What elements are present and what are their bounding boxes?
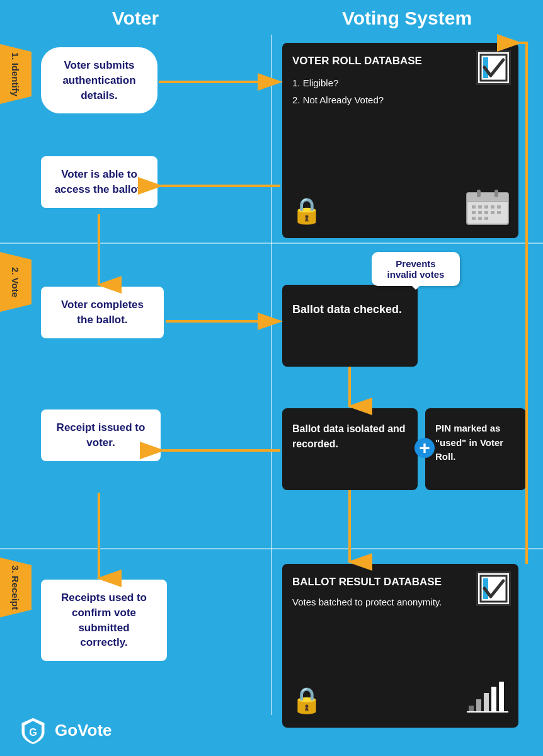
- voter-box-authentication: Voter submits authentication details.: [41, 47, 157, 113]
- ballot-result-database-box: BALLOT RESULT DATABASE Votes batched to …: [282, 564, 518, 728]
- lock-icon-2: 🔒: [291, 681, 323, 719]
- prevents-invalid-votes-tooltip: Prevents invalid votes: [372, 252, 460, 286]
- svg-rect-10: [472, 211, 476, 214]
- ballot-data-checked-box: Ballot data checked.: [282, 285, 418, 367]
- step-1-label: 1. Identify: [0, 44, 31, 104]
- svg-rect-14: [497, 211, 501, 214]
- step-2-label: 2. Vote: [0, 252, 31, 312]
- pin-marked-box: PIN marked as "used" in Voter Roll.: [425, 408, 526, 490]
- voter-roll-database-box: VOTER ROLL DATABASE 1. Eligible?2. Not A…: [282, 43, 518, 238]
- ballot-data-checked-text: Ballot data checked.: [292, 301, 408, 318]
- svg-rect-19: [494, 190, 498, 197]
- svg-rect-15: [472, 217, 476, 220]
- checkbox-icon-1: [476, 50, 511, 85]
- svg-rect-8: [491, 205, 494, 209]
- govote-logo-text: GoVote: [55, 721, 112, 740]
- ballot-data-isolated-text: Ballot data isolated and recorded.: [292, 421, 408, 452]
- svg-rect-5: [472, 205, 476, 209]
- svg-rect-26: [499, 682, 504, 712]
- svg-rect-16: [478, 217, 482, 220]
- svg-rect-23: [476, 699, 481, 712]
- lock-icon-1: 🔒: [291, 192, 323, 229]
- column-divider: [271, 35, 272, 715]
- svg-rect-11: [478, 211, 482, 214]
- svg-rect-22: [469, 706, 474, 712]
- voter-box-access-ballot: Voter is able to access the ballot.: [41, 156, 157, 208]
- pin-marked-text: PIN marked as "used" in Voter Roll.: [435, 421, 516, 464]
- svg-rect-18: [477, 190, 481, 197]
- svg-rect-13: [491, 211, 494, 214]
- svg-rect-6: [478, 205, 482, 209]
- svg-rect-7: [484, 205, 488, 209]
- calendar-icon: [466, 188, 510, 230]
- voter-box-confirm-vote: Receipts used to confirm vote submitted …: [41, 580, 167, 661]
- step-3-label: 3. Receipt: [0, 558, 31, 617]
- svg-rect-24: [484, 693, 489, 712]
- voter-box-complete-ballot: Voter completes the ballot.: [41, 287, 164, 338]
- svg-rect-3: [467, 193, 508, 202]
- svg-rect-12: [484, 211, 488, 214]
- govote-logo-icon: G: [19, 716, 47, 745]
- svg-rect-9: [497, 205, 501, 209]
- bar-chart-icon: [466, 680, 510, 719]
- ballot-data-isolated-box: Ballot data isolated and recorded.: [282, 408, 418, 490]
- row-divider-2: [0, 548, 543, 549]
- voter-box-receipt-issued: Receipt issued to voter.: [41, 410, 161, 461]
- plus-sign: +: [414, 438, 435, 458]
- checkbox-icon-2: [476, 571, 511, 606]
- row-divider-1: [0, 243, 543, 244]
- govote-logo: G GoVote: [19, 716, 112, 745]
- svg-rect-17: [484, 217, 488, 220]
- svg-text:G: G: [29, 726, 37, 738]
- svg-rect-25: [491, 687, 496, 712]
